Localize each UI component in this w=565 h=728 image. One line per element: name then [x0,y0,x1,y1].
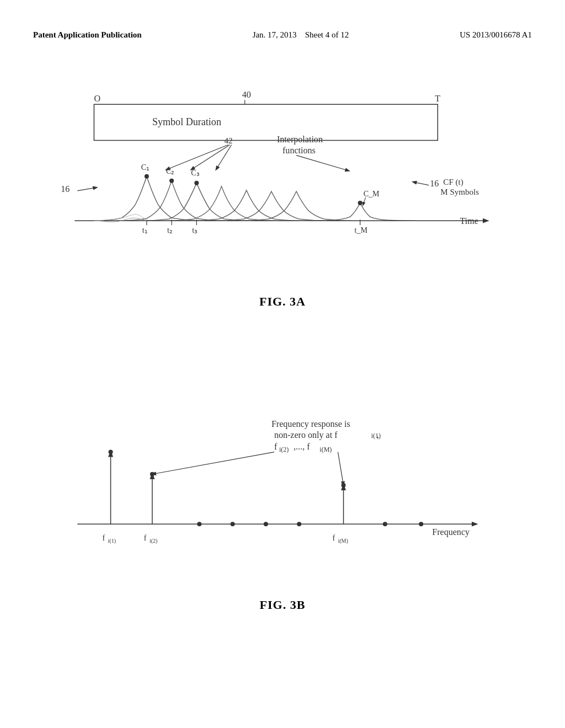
header: Patent Application Publication Jan. 17, … [33,30,532,40]
label-fi1: f [102,533,105,542]
fig3a-svg: Symbol Duration 40 O T 42 Interpolation … [44,83,521,314]
dot-fi2 [150,472,154,477]
label-tm: t_M [355,226,368,234]
cf-label: CF (t) [443,178,463,187]
label-fim-sub: i(M) [338,538,348,544]
label-fim: f [332,533,335,542]
label-c3: C₃ [191,168,199,177]
label-O: O [94,94,100,103]
label-t2: t₂ [167,226,173,234]
svg-line-9 [363,197,366,205]
header-publication: Patent Application Publication [33,30,142,40]
label-42: 42 [225,136,233,145]
label-c2: C₂ [166,167,174,175]
freq-resp-text-1: Frequency response is [271,419,350,429]
label-40: 40 [242,90,251,99]
fig3a-label: FIG. 3A [259,295,306,309]
freq-resp-comma: , [377,430,379,440]
label-fi2: f [144,533,147,542]
dot-base3 [264,522,268,526]
freq-resp-sub2: i(2) [279,446,289,453]
label-c1: C₁ [141,163,150,172]
label-t1: t₁ [142,226,148,234]
m-symbols-label: M Symbols [440,188,479,196]
header-patent-number: US 2013/0016678 A1 [460,30,532,40]
header-sheet-info: Jan. 17, 2013 Sheet 4 of 12 [253,30,349,40]
fig3a-container: Symbol Duration 40 O T 42 Interpolation … [44,83,521,314]
symbol-duration-label: Symbol Duration [152,116,221,127]
dot-c2 [169,179,174,183]
label-16-left: 16 [61,184,70,194]
svg-line-8 [413,182,429,185]
dot-base4 [297,522,301,526]
header-sheet: Sheet 4 of 12 [305,30,349,39]
freq-resp-text-3: f [274,442,278,451]
fig3b-container: Frequency response is non-zero only at f… [44,386,521,618]
interp-text-2: functions [282,146,316,155]
freq-resp-sub3: i(M) [319,446,332,453]
label-t3: t₃ [192,226,198,234]
interp-text-1: Interpolation [277,135,323,144]
dot-base5 [383,522,387,526]
dot-fi1 [109,450,113,454]
dot-fim [341,483,345,488]
dot-base6 [419,522,423,526]
label-fi2-sub: i(2) [150,538,157,544]
label-time: Time [460,216,478,226]
dot-base2 [231,522,235,526]
dot-c1 [145,174,149,179]
svg-rect-0 [94,104,438,140]
dot-cm [358,201,363,205]
svg-line-5 [296,156,349,171]
svg-line-7 [77,188,97,191]
freq-resp-text-2: non-zero only at f [274,430,338,440]
fig3b-svg: Frequency response is non-zero only at f… [44,386,521,618]
label-T: T [435,94,440,103]
label-cm: C_M [364,189,380,198]
label-frequency: Frequency [432,527,470,537]
label-fi1-sub: i(1) [108,538,116,544]
dot-base1 [197,522,201,526]
label-16-right: 16 [430,179,439,188]
fig3b-label: FIG. 3B [260,598,306,612]
svg-line-15 [152,452,274,474]
header-date: Jan. 17, 2013 [253,30,297,39]
page: Patent Application Publication Jan. 17, … [0,0,565,728]
freq-resp-sub1: i(1) [371,432,381,440]
svg-line-16 [338,452,343,485]
freq-resp-text-4: ,..., f [294,442,310,451]
dot-c3 [194,181,199,185]
